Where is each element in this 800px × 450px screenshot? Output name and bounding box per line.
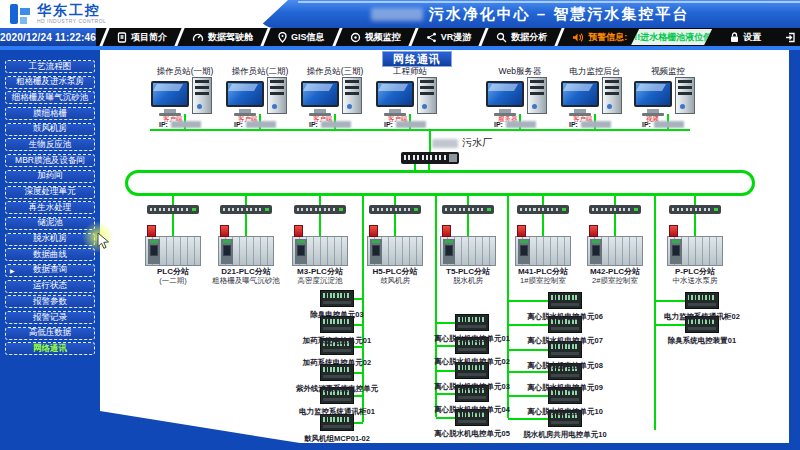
sidebar-item-6[interactable]: MBR膜池及设备间: [5, 154, 95, 167]
network-line: [354, 395, 363, 397]
sidebar-item-label: MBR膜池及设备间: [15, 155, 85, 167]
menu-item-label: 数据分析: [511, 31, 547, 44]
sidebar-item-17[interactable]: 高低压数据: [5, 327, 95, 340]
sidebar-item-18[interactable]: 网络通讯: [5, 342, 95, 355]
menu-item-4[interactable]: VR漫游: [422, 28, 476, 46]
plc-rack-icon: [218, 236, 274, 266]
alarm-lamp-icon: [442, 225, 451, 237]
network-line: [319, 214, 321, 236]
sidebar-item-4[interactable]: 鼓风机房: [5, 123, 95, 136]
pc-tower-icon: [342, 77, 362, 114]
redacted-ip: [171, 121, 201, 128]
device-label: 除臭系统电控装置01: [632, 336, 772, 346]
sidebar-item-3[interactable]: 膜细格栅: [5, 107, 95, 120]
sidebar-item-10[interactable]: 储泥池: [5, 217, 95, 230]
menu-item-1[interactable]: 数据驾驶舱: [188, 28, 257, 46]
plc-switch-icon: [517, 205, 569, 214]
core-switch-icon: [401, 152, 459, 164]
share-icon: [426, 32, 437, 43]
network-line: [436, 370, 455, 372]
workstation-5: 电力监控后台 客户端 IP:: [559, 66, 631, 130]
sidebar-item-7[interactable]: 加药间: [5, 170, 95, 183]
network-line: [354, 324, 363, 326]
device-box: [685, 292, 719, 309]
exit-icon: [785, 32, 796, 43]
alert-message: !!!进水格栅池液位低: [631, 31, 712, 44]
menu-separator: [99, 28, 109, 46]
network-line: [508, 349, 548, 351]
sidebar-item-label: 深度处理单元: [25, 186, 76, 198]
sidebar-item-label: 鼓风机房: [33, 123, 67, 135]
alarm-speaker-icon: [572, 32, 584, 43]
device-label: 加药系统电控单元01: [267, 336, 407, 346]
menu-bar: 2020/12/24 11:22:46 项目简介数据驾驶舱GIS信息视频监控VR…: [0, 28, 800, 46]
redacted-plant-prefix: [432, 139, 458, 148]
network-line: [354, 298, 363, 300]
menu-item-0[interactable]: 项目简介: [113, 28, 171, 46]
menu-separator: [555, 28, 565, 46]
workstation-0: 操作员站(一期) 客户端 IP:: [149, 66, 221, 130]
menu-item-2[interactable]: GIS信息: [274, 28, 329, 46]
exit-button[interactable]: 退出: [779, 28, 800, 46]
sidebar-item-8[interactable]: 深度处理单元: [5, 186, 95, 199]
device-label: 除臭电控单元03: [267, 310, 407, 320]
network-line: [508, 300, 548, 302]
sidebar-item-0[interactable]: 工艺流程图: [5, 60, 95, 73]
menu-item-3[interactable]: 视频监控: [346, 28, 405, 46]
network-line: [245, 196, 247, 205]
sidebar-item-16[interactable]: 报警记录: [5, 311, 95, 324]
settings-button[interactable]: 设置: [724, 28, 767, 46]
ip-label: IP:: [309, 121, 318, 128]
sidebar-item-15[interactable]: 报警参数: [5, 295, 95, 308]
sidebar-item-label: 加药间: [37, 170, 63, 182]
plc-rack-icon: [587, 236, 643, 266]
sidebar-item-14[interactable]: 运行状态: [5, 280, 95, 293]
menu-separator: [332, 28, 342, 46]
sidebar-item-label: 报警记录: [33, 312, 67, 324]
alarm-lamp-icon: [517, 225, 526, 237]
plc-rack-icon: [367, 236, 423, 266]
network-line: [614, 214, 616, 236]
accent-strip: [0, 46, 800, 50]
menu-separator: [770, 28, 777, 46]
logo-subtext: HD INDUSTRY CONTROL: [37, 19, 106, 24]
sidebar-item-9[interactable]: 再生水处理: [5, 201, 95, 214]
network-line: [172, 196, 174, 205]
plc-switch-icon: [369, 205, 421, 214]
network-line: [542, 196, 544, 205]
ip-row: IP:: [494, 121, 536, 128]
sidebar-item-5[interactable]: 生物反应池: [5, 138, 95, 151]
alarm-lamp-icon: [589, 225, 598, 237]
workstation-4: Web服务器 服务器 IP:: [484, 66, 556, 130]
plc-desc: 中水送水泵房: [635, 276, 755, 286]
menu-item-label: 数据驾驶舱: [208, 31, 253, 44]
sidebar-item-12[interactable]: 数据曲线: [5, 248, 95, 261]
sidebar-item-13[interactable]: ▶数据查询: [5, 264, 95, 277]
lock-icon: [730, 32, 739, 43]
top-header: 华东工控 HD INDUSTRY CONTROL 污水净化中心 – 智慧污水集控…: [0, 0, 800, 28]
pc-tower-icon: [527, 77, 547, 114]
network-line: [508, 324, 548, 326]
workstation-2: 操作员站(三期) 客户端 IP:: [299, 66, 371, 130]
ip-row: IP:: [159, 121, 201, 128]
dashboard-icon: [192, 32, 204, 42]
network-line: [428, 164, 430, 170]
bottom-strip: [0, 443, 800, 450]
sidebar-item-1[interactable]: 粗格栅及进水泵房: [5, 76, 95, 89]
menu-separator: [260, 28, 270, 46]
alert-message-box[interactable]: !!!进水格栅池液位低: [631, 29, 712, 45]
device-box: [548, 292, 582, 309]
plant-label: 污水厂: [432, 136, 492, 150]
ip-row: IP:: [569, 121, 611, 128]
network-line: [354, 372, 363, 374]
network-line: [172, 214, 174, 236]
network-line: [394, 214, 396, 236]
datetime-display: 2020/12/24 11:22:46: [0, 28, 96, 46]
settings-label: 设置: [743, 31, 761, 44]
document-icon: [117, 32, 127, 43]
plc-switch-icon: [220, 205, 272, 214]
logo-text: 华东工控: [37, 3, 106, 17]
map-pin-icon: [278, 32, 287, 43]
menu-item-5[interactable]: 数据分析: [492, 28, 551, 46]
sidebar-item-2[interactable]: 细格栅及曝气沉砂池: [5, 91, 95, 104]
